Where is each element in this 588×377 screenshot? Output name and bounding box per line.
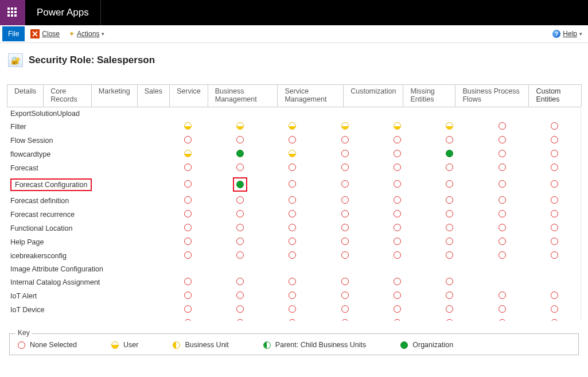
permission-cell[interactable] [528, 120, 581, 134]
permission-cell[interactable] [528, 161, 581, 175]
permission-cell[interactable] [214, 235, 266, 249]
permission-cell[interactable] [214, 120, 266, 134]
permission-cell[interactable] [214, 147, 266, 161]
permission-cell[interactable] [423, 275, 476, 289]
permission-cell[interactable] [371, 317, 423, 321]
permission-cell[interactable] [423, 263, 476, 275]
permission-cell[interactable] [371, 208, 423, 221]
permission-cell[interactable] [476, 221, 528, 235]
permission-cell[interactable] [318, 175, 371, 194]
permission-cell[interactable] [476, 120, 528, 134]
permission-cell[interactable] [318, 275, 371, 289]
permission-cell[interactable] [214, 317, 266, 321]
permission-cell[interactable] [266, 134, 318, 147]
permission-cell[interactable] [423, 317, 476, 321]
tab-sales[interactable]: Sales [137, 84, 170, 107]
permission-cell[interactable] [528, 208, 581, 221]
permission-cell[interactable] [161, 107, 213, 120]
permission-cell[interactable] [528, 235, 581, 249]
permission-cell[interactable] [476, 175, 528, 194]
tab-customization[interactable]: Customization [343, 84, 403, 107]
permission-cell[interactable] [528, 134, 581, 147]
permission-cell[interactable] [318, 120, 371, 134]
permission-cell[interactable] [214, 175, 266, 194]
permission-cell[interactable] [161, 161, 213, 175]
permission-cell[interactable] [318, 134, 371, 147]
permission-cell[interactable] [528, 263, 581, 275]
tab-service-management[interactable]: Service Management [277, 84, 344, 107]
permission-cell[interactable] [423, 175, 476, 194]
permission-cell[interactable] [161, 317, 213, 321]
permission-cell[interactable] [318, 235, 371, 249]
permission-cell[interactable] [371, 107, 423, 120]
actions-button[interactable]: ✦ Actions ▾ [69, 30, 104, 38]
tab-service[interactable]: Service [169, 84, 208, 107]
permission-cell[interactable] [476, 317, 528, 321]
permission-cell[interactable] [476, 263, 528, 275]
permission-cell[interactable] [266, 208, 318, 221]
permission-cell[interactable] [528, 175, 581, 194]
permission-cell[interactable] [423, 221, 476, 235]
permission-cell[interactable] [214, 161, 266, 175]
permission-cell[interactable] [318, 147, 371, 161]
permission-cell[interactable] [318, 303, 371, 317]
permission-cell[interactable] [423, 194, 476, 208]
tab-business-process-flows[interactable]: Business Process Flows [455, 84, 529, 107]
permission-cell[interactable] [528, 303, 581, 317]
permission-cell[interactable] [214, 275, 266, 289]
permission-cell[interactable] [371, 249, 423, 263]
permission-cell[interactable] [266, 221, 318, 235]
permission-cell[interactable] [161, 289, 213, 303]
permission-cell[interactable] [371, 303, 423, 317]
permission-cell[interactable] [476, 194, 528, 208]
permission-cell[interactable] [476, 147, 528, 161]
permission-cell[interactable] [214, 134, 266, 147]
permission-cell[interactable] [266, 147, 318, 161]
permission-cell[interactable] [371, 221, 423, 235]
permission-cell[interactable] [266, 161, 318, 175]
permission-cell[interactable] [371, 120, 423, 134]
help-button[interactable]: ? Help ▾ [552, 30, 586, 38]
permission-cell[interactable] [214, 289, 266, 303]
permission-cell[interactable] [371, 275, 423, 289]
permission-cell[interactable] [528, 194, 581, 208]
permission-cell[interactable] [214, 249, 266, 263]
permission-cell[interactable] [476, 303, 528, 317]
permission-cell[interactable] [371, 263, 423, 275]
permission-cell[interactable] [318, 263, 371, 275]
permission-cell[interactable] [528, 107, 581, 120]
permission-cell[interactable] [161, 134, 213, 147]
permission-cell[interactable] [476, 289, 528, 303]
permission-cell[interactable] [318, 208, 371, 221]
permission-cell[interactable] [266, 263, 318, 275]
permission-cell[interactable] [266, 120, 318, 134]
permission-cell[interactable] [423, 107, 476, 120]
permission-cell[interactable] [476, 275, 528, 289]
permission-cell[interactable] [476, 134, 528, 147]
permission-cell[interactable] [318, 249, 371, 263]
permission-cell[interactable] [423, 208, 476, 221]
permission-cell[interactable] [423, 134, 476, 147]
tab-marketing[interactable]: Marketing [91, 84, 138, 107]
tab-details[interactable]: Details [7, 84, 44, 107]
permission-cell[interactable] [214, 303, 266, 317]
permission-cell[interactable] [161, 235, 213, 249]
permission-cell[interactable] [214, 194, 266, 208]
permission-cell[interactable] [161, 175, 213, 194]
permission-cell[interactable] [266, 107, 318, 120]
permission-cell[interactable] [371, 194, 423, 208]
permission-cell[interactable] [266, 303, 318, 317]
permission-cell[interactable] [318, 161, 371, 175]
permission-cell[interactable] [371, 147, 423, 161]
permission-cell[interactable] [528, 275, 581, 289]
permission-cell[interactable] [423, 235, 476, 249]
permission-cell[interactable] [318, 221, 371, 235]
permission-cell[interactable] [476, 161, 528, 175]
permission-cell[interactable] [371, 289, 423, 303]
permission-cell[interactable] [318, 289, 371, 303]
permissions-grid-scroll[interactable]: ExportSolutionUploadFilterFlow Sessionfl… [7, 107, 581, 321]
permission-cell[interactable] [318, 107, 371, 120]
permission-cell[interactable] [214, 263, 266, 275]
permission-cell[interactable] [476, 249, 528, 263]
permission-cell[interactable] [266, 317, 318, 321]
